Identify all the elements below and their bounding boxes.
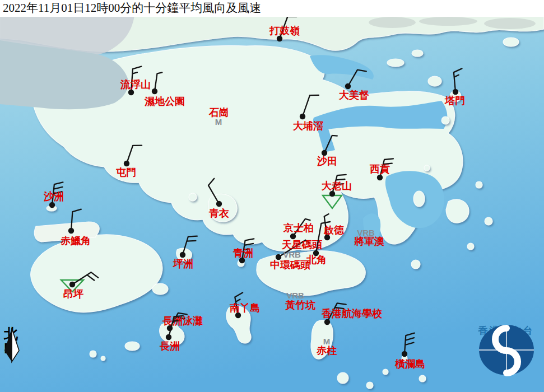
station-label: 打鼓嶺 — [269, 25, 300, 36]
station-label: 屯門 — [116, 167, 136, 178]
station-stanley: M赤柱 — [316, 337, 337, 357]
station-label: 青衣 — [208, 208, 229, 219]
station-dot — [322, 150, 327, 156]
station-dot — [152, 88, 157, 94]
station-dot — [329, 191, 335, 197]
station-ta-kwu-ling: 打鼓嶺 — [269, 17, 300, 42]
station-label: 赤鱲角 — [60, 235, 91, 246]
station-label: 流浮山 — [120, 79, 151, 90]
station-ngong-ping: 昂坪 — [61, 272, 98, 300]
station-label: 天星碼頭 — [281, 239, 322, 250]
station-label: 香港航海學校 — [321, 308, 383, 319]
station-label: 北角 — [306, 254, 327, 265]
station-dot — [290, 234, 296, 239]
station-label: 啟德 — [323, 225, 345, 236]
station-label: 赤柱 — [316, 345, 337, 356]
station-green-island: 青洲 — [233, 239, 254, 263]
station-sha-chau: 沙洲 — [43, 182, 64, 208]
station-shek-kong: M石崗 — [208, 107, 229, 127]
station-label: 坪洲 — [173, 258, 193, 269]
map-title: 2022年11月01日12時00分的十分鐘平均風向及風速 — [0, 0, 544, 17]
station-dot — [300, 114, 305, 119]
station-dot — [128, 90, 134, 95]
station-marker-m: M — [323, 337, 331, 346]
station-label: 將軍澳 — [354, 236, 384, 247]
wind-barb-icon — [324, 136, 337, 153]
stations-layer: 打鼓嶺流浮山濕地公園大美督塔門M石崗大埔滘沙田屯門沙洲西貢大老山青衣赤鱲角京士柏… — [0, 0, 544, 392]
wind-barb-icon — [155, 72, 162, 91]
station-dot — [69, 282, 75, 287]
station-tai-po-kau: 大埔滘 — [292, 95, 323, 132]
north-arrow-icon — [2, 327, 25, 364]
station-sai-kung: 西貢 — [369, 158, 393, 180]
station-dot — [377, 175, 383, 180]
wind-barb-icon — [348, 70, 366, 86]
station-dot — [402, 351, 407, 357]
station-marker-vrb: VRB — [286, 291, 304, 300]
station-dot — [453, 89, 458, 95]
wind-barb-icon — [183, 236, 197, 255]
station-label: 長洲 — [159, 340, 180, 352]
wind-barb-icon — [303, 95, 319, 116]
station-kai-tak: 啟德 — [323, 214, 345, 240]
station-wong-chuk-hang: VRB黃竹坑 — [285, 291, 316, 311]
wind-barb-icon — [454, 68, 462, 92]
station-dot — [180, 252, 185, 258]
station-dot — [277, 36, 282, 41]
station-peng-chau: 坪洲 — [173, 236, 197, 269]
wind-barb-icon — [71, 209, 81, 231]
station-hk-sea-school: 香港航海學校 — [321, 303, 383, 325]
station-label: 京士柏 — [283, 222, 314, 234]
station-waglan-island: 橫瀾島 — [394, 333, 425, 370]
station-dot — [124, 161, 129, 166]
wind-barb-icon — [208, 179, 219, 204]
wind-barb-icon — [127, 146, 142, 164]
station-label: 橫瀾島 — [394, 358, 425, 370]
hko-logo: 香港天文台 HONG KONG OBSERVATORY — [468, 324, 544, 350]
station-label: 塔門 — [444, 95, 465, 106]
hko-emblem-icon — [468, 324, 544, 376]
station-tuen-mun: 屯門 — [116, 146, 142, 178]
station-kings-park: 京士柏 — [283, 219, 314, 239]
wind-map-screenshot: 打鼓嶺流浮山濕地公園大美督塔門M石崗大埔滘沙田屯門沙洲西貢大老山青衣赤鱲角京士柏… — [0, 0, 544, 392]
station-label: 中環碼頭 — [270, 259, 310, 270]
station-chek-lap-kok: 赤鱲角 — [60, 209, 91, 246]
station-label: 石崗 — [208, 107, 229, 118]
station-label: 黃竹坑 — [285, 300, 316, 311]
station-label: 大埔滘 — [292, 120, 323, 132]
station-dot — [345, 83, 351, 89]
wind-barb-icon — [404, 333, 415, 354]
station-tap-mun: 塔門 — [444, 68, 465, 106]
station-central-pier: VRB中環碼頭 — [270, 250, 310, 271]
station-dot — [216, 201, 222, 207]
station-marker-m: M — [215, 117, 222, 127]
north-compass: 北 N — [2, 327, 25, 355]
station-label: 沙田 — [317, 156, 337, 167]
station-label: 青洲 — [233, 248, 253, 259]
station-label: 大美督 — [338, 89, 370, 101]
station-tai-mei-tuk: 大美督 — [338, 70, 370, 101]
summit-triangle-icon — [323, 195, 342, 208]
station-dot — [166, 334, 171, 340]
station-label: 昂坪 — [63, 288, 83, 300]
station-tseung-kwan-o: VRB將軍澳 — [354, 228, 384, 248]
station-tsing-yi: 青衣 — [208, 179, 229, 219]
station-dot — [324, 319, 330, 325]
station-label: 西貢 — [369, 164, 390, 175]
station-label: 長洲泳灘 — [162, 315, 203, 326]
station-label: 沙洲 — [43, 191, 64, 202]
wind-barb-icon — [72, 272, 98, 284]
station-dot — [49, 202, 55, 208]
station-dot — [68, 228, 74, 234]
station-lau-fau-shan: 流浮山 — [120, 67, 151, 96]
station-tates-cairn: 大老山 — [321, 175, 352, 208]
station-lamma-island: 南丫島 — [229, 293, 260, 319]
station-sha-tin: 沙田 — [317, 136, 337, 167]
station-marker-vrb: VRB — [283, 250, 301, 259]
station-label: 大老山 — [321, 180, 352, 192]
station-label: 南丫島 — [229, 302, 260, 314]
station-label: 濕地公園 — [144, 96, 185, 107]
